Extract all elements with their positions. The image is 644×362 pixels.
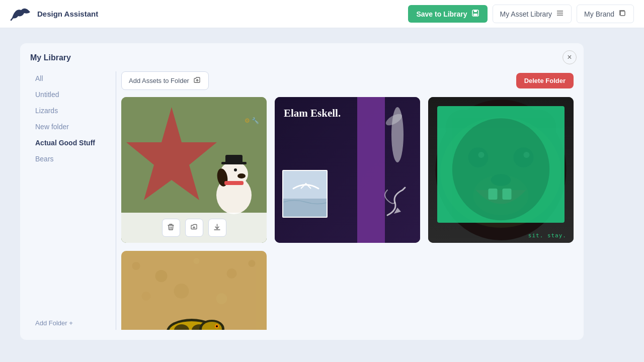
add-assets-button[interactable]: Add Assets to Folder	[121, 71, 209, 90]
svg-point-38	[194, 258, 200, 264]
tools-graphic: ⚙ 🔧	[245, 117, 259, 124]
add-folder-button[interactable]: Add Folder +	[30, 316, 106, 330]
svg-point-34	[452, 118, 549, 220]
library-panel: My Library × All Untitled Lizards New fo…	[20, 43, 584, 340]
trash-icon	[167, 223, 175, 232]
svg-point-37	[155, 270, 168, 282]
sidebar-item-all[interactable]: All	[30, 71, 106, 85]
move-folder-icon	[190, 223, 198, 232]
asset-library-label: My Asset Library	[500, 10, 552, 18]
save-icon	[471, 9, 479, 19]
green-overlay	[437, 106, 565, 223]
sidebar-item-new-folder[interactable]: New folder	[30, 120, 106, 134]
save-label: Save to Library	[416, 10, 467, 18]
app-title: Design Assistant	[37, 10, 98, 18]
main-area: My Library × All Untitled Lizards New fo…	[0, 28, 644, 362]
svg-point-42	[174, 284, 189, 299]
svg-point-51	[216, 325, 218, 327]
sidebar-nav: All Untitled Lizards New folder Actual G…	[30, 71, 106, 166]
card1-delete-button[interactable]	[162, 219, 180, 237]
card1-actions	[121, 213, 267, 243]
sidebar-divider	[116, 71, 116, 330]
sidebar: All Untitled Lizards New folder Actual G…	[30, 71, 111, 330]
svg-point-40	[249, 260, 256, 267]
svg-rect-16	[224, 181, 244, 185]
save-to-library-button[interactable]: Save to Library	[408, 5, 487, 23]
header-left: Design Assistant	[10, 3, 98, 25]
assets-grid: ⚙ 🔧	[121, 97, 574, 330]
card1-move-button[interactable]	[185, 219, 203, 237]
svg-point-12	[237, 173, 246, 178]
add-assets-label: Add Assets to Folder	[129, 77, 189, 84]
inset-photo	[282, 170, 328, 218]
download-icon	[213, 223, 221, 232]
svg-point-36	[132, 262, 140, 270]
header: Design Assistant Save to Library My Asse…	[0, 0, 644, 28]
svg-point-0	[25, 9, 27, 11]
brand-button[interactable]: My Brand	[577, 5, 634, 23]
bird-top-graphic	[380, 102, 415, 167]
svg-point-13	[234, 168, 237, 171]
card2-title-text: Elam Eskell.	[284, 107, 341, 120]
sidebar-item-lizards[interactable]: Lizards	[30, 104, 106, 118]
svg-point-39	[227, 268, 237, 279]
asset-card-1: ⚙ 🔧	[121, 97, 267, 243]
panel-close-button[interactable]: ×	[562, 50, 577, 64]
content-toolbar: Add Assets to Folder Delete Folder	[121, 71, 574, 90]
content-area: Add Assets to Folder Delete Folder	[121, 71, 574, 330]
svg-point-41	[142, 292, 151, 301]
brand-label: My Brand	[584, 10, 614, 18]
panel-title: My Library	[30, 53, 574, 62]
sidebar-item-bears[interactable]: Bears	[30, 152, 106, 166]
menu-icon	[556, 9, 564, 19]
folder-upload-icon	[193, 76, 201, 85]
copy-icon	[618, 9, 626, 19]
logo-icon	[10, 3, 32, 25]
card1-download-button[interactable]	[208, 219, 226, 237]
lizard-graphic	[151, 301, 232, 330]
swirl-graphic	[380, 183, 410, 223]
character-graphic	[206, 155, 262, 215]
svg-rect-20	[283, 199, 328, 218]
panel-body: All Untitled Lizards New folder Actual G…	[30, 71, 574, 330]
asset-card-2: Elam Eskell.	[275, 97, 420, 243]
card3-caption: sit. stay.	[528, 232, 567, 239]
sidebar-item-actual-good-stuff[interactable]: Actual Good Stuff	[30, 136, 106, 150]
svg-rect-3	[473, 14, 477, 16]
asset-card-3: sit. stay.	[428, 97, 574, 243]
header-right: Save to Library My Asset Library My Bran…	[408, 5, 634, 23]
asset-card-4	[121, 251, 267, 330]
delete-folder-button[interactable]: Delete Folder	[516, 73, 574, 88]
svg-rect-15	[225, 155, 243, 164]
asset-library-button[interactable]: My Asset Library	[493, 5, 572, 23]
svg-marker-8	[126, 107, 217, 200]
svg-rect-2	[474, 10, 477, 12]
svg-rect-7	[620, 11, 625, 16]
sidebar-item-untitled[interactable]: Untitled	[30, 87, 106, 102]
